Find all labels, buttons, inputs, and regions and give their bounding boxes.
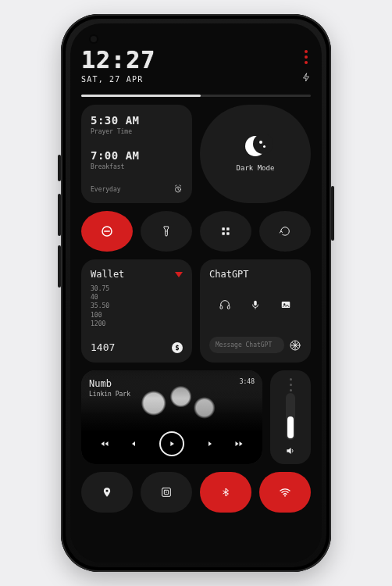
svg-rect-9 — [227, 306, 230, 309]
clock-widget[interactable]: 12:27 SAT, 27 APR — [81, 48, 155, 84]
dark-mode-toggle[interactable]: Dark Mode — [200, 105, 311, 203]
side-button — [58, 155, 61, 181]
openai-icon[interactable] — [289, 339, 301, 352]
volume-widget[interactable] — [270, 370, 311, 464]
speaker-icon — [285, 445, 296, 456]
nfc-icon — [160, 486, 173, 498]
refresh-toggle[interactable] — [259, 211, 311, 252]
flashlight-toggle[interactable] — [141, 211, 192, 252]
bluetooth-toggle[interactable] — [200, 472, 251, 513]
bolt-icon[interactable] — [301, 72, 311, 83]
volume-down-button[interactable] — [58, 245, 61, 288]
svg-rect-5 — [226, 227, 230, 230]
play-button[interactable] — [159, 431, 184, 456]
location-toggle[interactable] — [81, 472, 133, 513]
alarm-icon — [173, 184, 183, 194]
mic-icon[interactable] — [250, 298, 261, 311]
wallet-transaction: 40 — [91, 293, 183, 302]
chatgpt-widget[interactable]: ChatGPT Message ChatGPT — [200, 259, 311, 363]
grid-icon — [220, 226, 231, 237]
svg-rect-10 — [254, 301, 257, 306]
alarm-1-time: 5:30 AM — [91, 114, 183, 127]
chatgpt-input[interactable]: Message ChatGPT — [209, 337, 284, 353]
dnd-icon — [100, 224, 114, 238]
svg-rect-17 — [166, 491, 166, 492]
volume-slider[interactable] — [286, 393, 295, 440]
phone-frame: 12:27 SAT, 27 APR — [61, 14, 331, 572]
day-progress-bar — [81, 95, 311, 97]
svg-rect-7 — [226, 232, 230, 235]
dark-mode-label: Dark Mode — [237, 164, 275, 172]
wallet-transaction: 30.75 — [91, 284, 183, 293]
wallet-dropdown-icon[interactable] — [175, 272, 183, 277]
dnd-toggle[interactable] — [81, 211, 133, 252]
refresh-icon — [279, 225, 291, 238]
location-icon — [102, 486, 112, 498]
wallet-title: Wallet — [91, 269, 124, 280]
volume-up-button[interactable] — [58, 194, 61, 236]
track-title: Numb — [89, 378, 130, 389]
svg-point-3 — [166, 230, 166, 231]
bluetooth-icon — [221, 485, 230, 499]
track-artist: Linkin Park — [89, 391, 130, 398]
alarm-repeat-label: Everyday — [91, 186, 121, 193]
forward-icon[interactable] — [203, 439, 214, 448]
rewind-icon[interactable] — [130, 439, 141, 448]
image-icon[interactable] — [280, 299, 292, 310]
wallet-total: 1407 — [91, 341, 115, 353]
front-camera — [91, 36, 97, 42]
music-widget[interactable]: Numb Linkin Park 3:48 — [81, 370, 262, 464]
wallet-widget[interactable]: Wallet 30.754035.501001200 1407 $ — [81, 259, 192, 363]
flashlight-icon — [160, 225, 173, 238]
volume-menu-icon[interactable] — [290, 378, 292, 391]
svg-rect-4 — [222, 227, 225, 230]
track-duration: 3:48 — [240, 378, 255, 385]
alarm-1-label: Prayer Time — [91, 128, 183, 135]
power-button[interactable] — [331, 186, 334, 241]
alarm-2-label: Breakfast — [91, 163, 183, 170]
svg-point-18 — [284, 495, 286, 497]
chatgpt-title: ChatGPT — [209, 269, 301, 280]
alarms-widget[interactable]: 5:30 AM Prayer Time 7:00 AM Breakfast Ev… — [81, 105, 192, 203]
next-track-icon[interactable] — [233, 439, 245, 448]
wallet-transaction: 35.50 — [91, 302, 183, 310]
wallet-transaction: 100 — [91, 311, 183, 320]
home-screen: 12:27 SAT, 27 APR — [70, 23, 322, 563]
moon-icon — [245, 136, 265, 156]
svg-rect-8 — [220, 306, 223, 309]
wifi-icon — [277, 486, 293, 498]
prev-track-icon[interactable] — [98, 439, 111, 448]
svg-rect-6 — [222, 232, 225, 235]
clock-date: SAT, 27 APR — [81, 75, 155, 84]
wifi-toggle[interactable] — [259, 472, 311, 513]
clock-time: 12:27 — [81, 48, 155, 72]
currency-icon: $ — [172, 342, 183, 353]
svg-point-14 — [106, 490, 109, 492]
menu-dots-icon[interactable] — [305, 50, 308, 64]
wallet-transaction: 1200 — [91, 320, 183, 328]
headphones-icon[interactable] — [219, 298, 231, 311]
apps-toggle[interactable] — [200, 211, 251, 252]
nfc-toggle[interactable] — [141, 472, 192, 513]
alarm-2-time: 7:00 AM — [91, 149, 183, 162]
